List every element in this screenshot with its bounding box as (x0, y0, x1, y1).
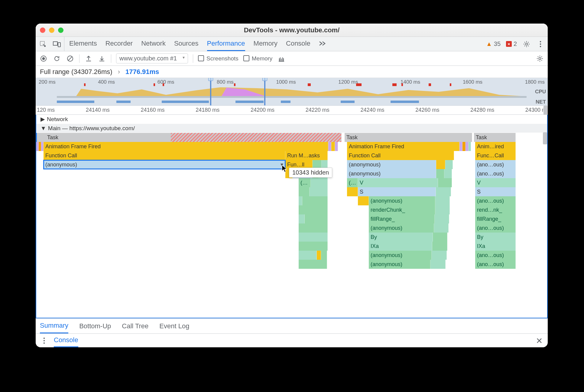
svg-point-5 (540, 43, 541, 44)
flame-fcall-2[interactable]: Function Call (347, 151, 454, 160)
panel-settings-icon[interactable] (536, 54, 544, 63)
minimize-icon[interactable] (49, 27, 54, 33)
flame-task-3[interactable]: Task (474, 133, 516, 142)
performance-toolbar: www.youtube.com #1 Screenshots Memory (36, 51, 548, 66)
flame-fcall-1[interactable]: Function Call (44, 151, 285, 160)
net-label: NET (536, 99, 546, 105)
inspect-element-icon[interactable] (39, 40, 47, 48)
tab-call-tree[interactable]: Call Tree (122, 319, 148, 333)
more-tabs-icon[interactable] (319, 37, 326, 51)
flame-by-c2[interactable]: By (369, 233, 433, 242)
chevron-down-icon[interactable]: ▾ (281, 161, 283, 168)
breadcrumb-full[interactable]: Full range (34307.26ms) (40, 68, 112, 76)
flame-aff-2[interactable]: Animation Frame Fired (347, 142, 459, 151)
net-waveform (57, 98, 527, 100)
record-icon[interactable] (39, 54, 48, 63)
upload-icon[interactable] (84, 54, 93, 63)
flame-aff-1[interactable]: Animation Frame Fired (44, 142, 328, 151)
selection-end-handle[interactable]: || (264, 78, 265, 105)
tab-network[interactable]: Network (141, 37, 166, 51)
flame-row-anon6: (anonymous) (ano…ous) (36, 260, 547, 269)
flame-paren[interactable]: (… (299, 178, 311, 187)
flame-anon4-c3[interactable]: (ano…ous) (475, 223, 516, 233)
flame-aff-3[interactable]: Anim…ired (475, 142, 516, 151)
flame-anon3-c2[interactable]: (anonymous) (369, 196, 435, 205)
flamechart-ruler[interactable]: 120 ms24140 ms 24160 ms24180 ms 24200 ms… (36, 106, 548, 115)
flame-fillrange-c3[interactable]: fillRange_ (475, 214, 516, 223)
settings-gear-icon[interactable] (522, 40, 531, 48)
warning-badge[interactable]: ▲ 35 (486, 40, 501, 47)
drawer-tab-console[interactable]: Console (54, 334, 78, 347)
expand-down-icon: ▼ (41, 125, 46, 132)
flame-dot-c2[interactable]: (… (347, 178, 358, 187)
download-icon[interactable] (98, 54, 106, 63)
tab-recorder[interactable]: Recorder (105, 37, 133, 51)
flame-anon-c2[interactable]: (anonymous) (347, 160, 436, 169)
flame-anon-c3[interactable]: (ano…ous) (475, 160, 516, 169)
flame-renderchunk-c3[interactable]: rend…nk_ (475, 205, 516, 214)
flame-anon5-c3[interactable]: (ano…ous) (475, 251, 516, 260)
tab-bottom-up[interactable]: Bottom-Up (79, 319, 111, 333)
flame-runmt[interactable]: Run M…asks (285, 151, 328, 160)
flame-anon6-c2[interactable]: (anonymous) (369, 260, 430, 269)
flame-V-c3[interactable]: V (475, 178, 516, 187)
flame-ixa-c3[interactable]: IXa (475, 242, 516, 251)
tab-event-log[interactable]: Event Log (159, 319, 189, 333)
drawer-kebab-icon[interactable] (40, 336, 48, 345)
devtools-tabstrip: Elements Recorder Network Sources Perfor… (36, 37, 548, 51)
flame-renderchunk-c2[interactable]: renderChunk_ (369, 205, 435, 214)
profile-select[interactable]: www.youtube.com #1 (116, 53, 188, 63)
flamechart-area[interactable]: ▶ Network ▼ Main — https://www.youtube.c… (36, 115, 548, 318)
svg-point-12 (44, 337, 45, 339)
flame-task-1[interactable]: Task (36, 133, 342, 142)
overview-ticks: 200 ms400 ms 600 ms800 ms 1000 ms1200 ms… (36, 79, 548, 85)
close-icon[interactable] (40, 27, 45, 33)
selection-start-handle[interactable]: || (210, 78, 211, 105)
flame-fillrange-c2[interactable]: fillRange_ (369, 214, 435, 223)
flame-fcall-3[interactable]: Func…Call (475, 151, 516, 160)
tab-sources[interactable]: Sources (174, 37, 199, 51)
main-track-header[interactable]: ▼ Main — https://www.youtube.com/ (36, 125, 135, 132)
flame-anon2-c2[interactable]: (anonymous) (347, 169, 436, 178)
clear-icon[interactable] (66, 54, 74, 63)
drawer-close-icon[interactable] (535, 336, 543, 345)
error-badge[interactable]: × 2 (506, 40, 517, 47)
flame-by-c3[interactable]: By (475, 233, 516, 242)
warning-icon: ▲ (486, 40, 492, 47)
flame-anon6-c3[interactable]: (ano…ous) (475, 260, 516, 269)
maximize-icon[interactable] (58, 27, 63, 33)
flame-S-c2[interactable]: S (358, 187, 436, 196)
tab-console[interactable]: Console (286, 37, 310, 51)
reload-icon[interactable] (53, 54, 61, 63)
garbage-collect-icon[interactable] (277, 54, 286, 63)
window-title: DevTools - www.youtube.com/ (36, 26, 548, 34)
flame-row-anon5: (anonymous) (ano…ous) (36, 251, 547, 260)
flame-anon4-c2[interactable]: (anonymous) (369, 223, 434, 233)
tab-memory[interactable]: Memory (254, 37, 277, 51)
tab-elements[interactable]: Elements (69, 37, 97, 51)
flame-anon5-c2[interactable]: (anonymous) (369, 251, 432, 260)
tab-summary[interactable]: Summary (40, 319, 68, 333)
flame-row-v: (… (… V V (36, 178, 547, 187)
vertical-scrollbar[interactable] (543, 132, 547, 144)
flame-V-c2[interactable]: V (358, 178, 438, 187)
network-track-header[interactable]: ▶ Network (36, 116, 68, 123)
device-toggle-icon[interactable] (53, 40, 61, 48)
flame-anon-selected[interactable]: (anonymous) ▾ (44, 160, 285, 169)
flame-anon2-c3[interactable]: (ano…ous) (475, 169, 516, 178)
svg-rect-1 (53, 42, 57, 45)
hidden-count-tooltip: 10343 hidden (289, 168, 332, 178)
timeline-overview[interactable]: 200 ms400 ms 600 ms800 ms 1000 ms1200 ms… (36, 78, 548, 106)
screenshots-checkbox[interactable]: Screenshots (198, 55, 238, 62)
memory-checkbox[interactable]: Memory (243, 55, 273, 62)
kebab-menu-icon[interactable] (536, 40, 545, 48)
flame-S-c3[interactable]: S (475, 187, 516, 196)
tab-performance[interactable]: Performance (207, 37, 245, 51)
expand-right-icon: ▶ (41, 116, 45, 123)
flame-row-fcall: Function Call Run M…asks Function Call F… (36, 151, 547, 160)
flame-task-2[interactable]: Task (345, 133, 472, 142)
flame-ixa-c2[interactable]: IXa (369, 242, 432, 251)
breadcrumb-selected[interactable]: 1776.91ms (125, 68, 159, 76)
flame-anon3-c3[interactable]: (ano…ous) (475, 196, 516, 205)
horizontal-scrollbar[interactable] (543, 106, 548, 115)
